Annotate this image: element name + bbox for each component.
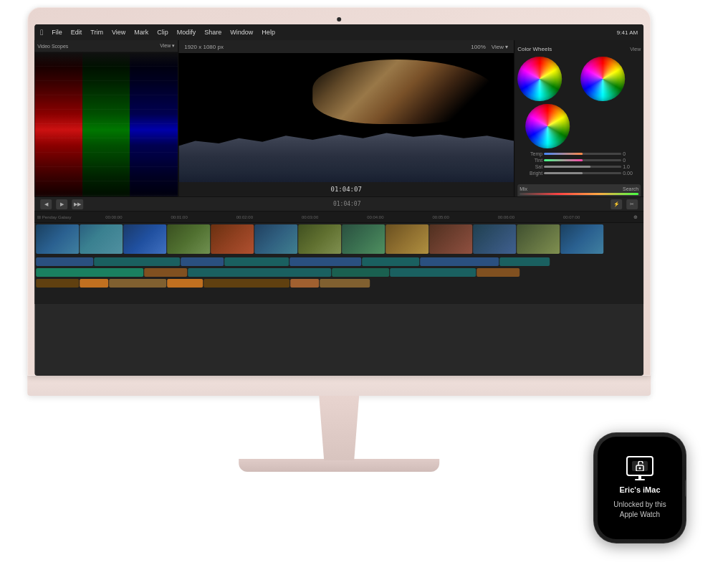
color-wheel-midtones[interactable] [580,57,625,101]
mix-track[interactable] [519,193,638,195]
menu-clock: 9:41 AM [617,29,638,36]
temperature-track[interactable] [544,153,621,155]
saturation-label: Sat [517,164,542,169]
filmstrip-thumb-8 [342,224,385,254]
clip-11[interactable] [188,268,331,277]
clip-6[interactable] [362,257,419,266]
clip-8[interactable] [499,257,550,266]
timeline-end-controls: ⊕ [605,214,641,220]
scene:  File Edit Trim View Mark Clip Modify S… [0,0,728,565]
brightness-slider-row: Bright 0.00 [517,171,641,176]
clip-1[interactable] [36,257,93,266]
clip-19[interactable] [203,279,289,288]
monitor-icon [626,456,653,475]
clip-15[interactable] [36,279,79,288]
temperature-value: 0 [623,151,641,156]
imac:  File Edit Trim View Mark Clip Modify S… [27,7,651,472]
menu-window[interactable]: Window [230,29,253,36]
temperature-fill [544,153,583,155]
color-wheel-highlights[interactable] [525,104,570,148]
apple-watch: Eric's iMac Unlocked by this Apple Watch [593,432,686,543]
timecode-display: 01:04:07 [331,186,362,193]
menu-mark[interactable]: Mark [134,29,148,36]
filmstrip-thumb-2 [80,224,123,254]
tint-fill [544,159,583,161]
preview-rocks [178,130,514,182]
saturation-slider-row: Sat 1.0 [517,164,641,169]
saturation-track[interactable] [544,166,621,168]
filmstrip-thumb-1 [36,224,79,254]
clip-7[interactable] [420,257,499,266]
clip-14[interactable] [476,268,519,277]
menu-clip[interactable]: Clip [157,29,168,36]
menu-edit[interactable]: Edit [71,29,82,36]
watch-unlock-line2: Unlocked by this [613,500,666,508]
toolbar-blade-btn[interactable]: ✂ [626,199,638,209]
menu-file[interactable]: File [52,29,62,36]
filmstrip-thumb-12 [517,224,560,254]
menu-help[interactable]: Help [262,29,275,36]
filmstrip-thumb-4 [167,224,210,254]
timeline-row-2 [34,267,643,277]
clip-21[interactable] [320,279,370,288]
clip-9[interactable] [36,268,143,277]
menu-view[interactable]: View [112,29,125,36]
toolbar-back-btn[interactable]: ◀ [40,199,52,209]
clip-4[interactable] [224,257,289,266]
color-sliders: Temp 0 Tint [517,151,641,196]
imac-camera [337,17,341,22]
watch-digital-crown[interactable] [685,479,686,497]
fcp-menubar:  File Edit Trim View Mark Clip Modify S… [34,24,643,40]
preview-header: 1920 x 1080 px 100% View ▾ [178,40,514,53]
clip-5[interactable] [289,257,361,266]
color-view-btn[interactable]: View [630,47,641,52]
mix-search[interactable]: Search [623,186,638,191]
toolbar-split-btn[interactable]: ⚡ [610,199,622,209]
imac-stand-neck [289,396,389,460]
brightness-track[interactable] [544,172,621,174]
clip-10[interactable] [144,268,187,277]
menu-share[interactable]: Share [204,29,221,36]
clip-2[interactable] [94,257,180,266]
timeline-zoom-btn[interactable]: ⊕ [633,214,638,220]
timeline-tracks [34,255,643,290]
timeline-row-1 [34,257,643,267]
tint-value: 0 [623,158,641,163]
preview-view-btn[interactable]: View ▾ [492,44,508,50]
brightness-value: 0.00 [623,171,641,176]
mix-section: Mix Search [517,184,641,196]
toolbar-forward-btn[interactable]: ▶▶ [72,199,83,209]
clip-18[interactable] [167,279,203,288]
fcp-transport-toolbar: ◀ ▶ ▶▶ 01:04:07 ⚡ ✂ [34,196,643,211]
watch-unlock-line3: Apple Watch [620,511,660,518]
tint-track[interactable] [544,159,621,161]
left-panel-view[interactable]: View ▾ [160,43,175,49]
monitor-base-icon [635,479,645,480]
color-wheels-grid [517,57,641,148]
clip-13[interactable] [390,268,476,277]
filmstrip-thumb-10 [429,224,472,254]
waveform-blue-channel [130,52,178,196]
saturation-fill [544,166,590,168]
clip-17[interactable] [109,279,166,288]
fcp-timeline: ⊞ Penday Galaxy 00:00:00 00:01:00 00:02:… [34,211,643,304]
timeline-tick-3: 00:02:00 [213,215,277,219]
tint-slider-row: Tint 0 [517,158,641,163]
clip-3[interactable] [181,257,224,266]
clip-12[interactable] [332,268,389,277]
menu-modify[interactable]: Modify [177,29,196,36]
mix-slider-row [519,193,638,195]
menu-trim[interactable]: Trim [90,29,103,36]
temperature-slider-row: Temp 0 [517,151,641,156]
timeline-tick-1: 00:00:00 [82,215,145,219]
fcp-main-area: Video Scopes View ▾ [34,40,643,196]
toolbar-play-btn[interactable]: ▶ [56,199,67,209]
temperature-label: Temp [517,151,542,156]
clip-20[interactable] [290,279,319,288]
filmstrip-thumb-3 [123,224,166,254]
color-wheel-shadows[interactable] [517,57,562,101]
timeline-row-3 [34,278,643,288]
timeline-tick-2: 00:01:00 [147,215,211,219]
watch-unlock-message: Unlocked by this Apple Watch [609,500,670,520]
clip-16[interactable] [80,279,108,288]
